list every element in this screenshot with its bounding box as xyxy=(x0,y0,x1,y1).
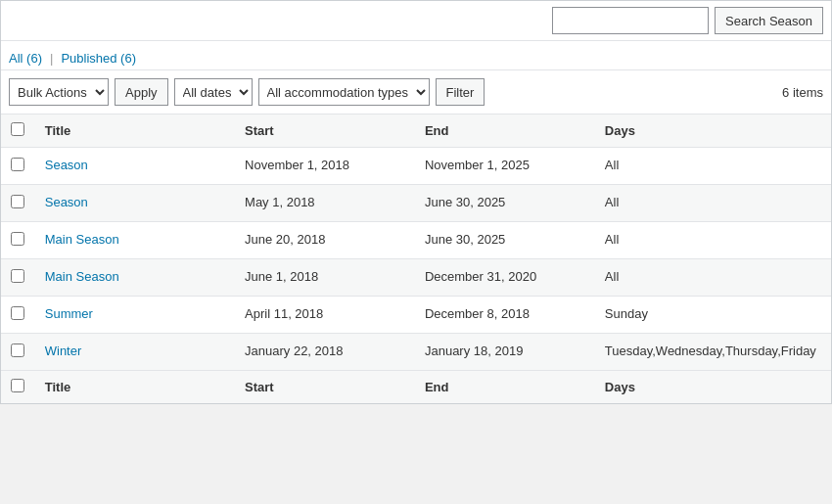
row-title: Summer xyxy=(35,297,235,334)
footer-end: End xyxy=(415,371,595,404)
row-title: Main Season xyxy=(35,259,235,297)
search-season-button[interactable]: Search Season xyxy=(715,7,823,34)
row-title: Main Season xyxy=(35,222,235,259)
row-days: All xyxy=(595,259,831,297)
row-days: All xyxy=(595,185,831,222)
header-title: Title xyxy=(35,115,235,148)
tab-separator: | xyxy=(50,51,53,66)
row-end: November 1, 2025 xyxy=(415,148,595,185)
header-end: End xyxy=(415,115,595,148)
row-title: Season xyxy=(35,148,235,185)
row-checkbox[interactable] xyxy=(11,269,24,283)
filter-bar: Bulk Actions Apply All dates All accommo… xyxy=(1,70,831,115)
row-checkbox-cell xyxy=(1,297,35,334)
table-footer-row: Title Start End Days xyxy=(1,371,831,404)
page-wrapper: Search Season All (6) | Published (6) Bu… xyxy=(0,0,832,404)
row-end: June 30, 2025 xyxy=(415,222,595,259)
table-row: Summer April 11, 2018 December 8, 2018 S… xyxy=(1,297,831,334)
row-title: Winter xyxy=(35,334,235,371)
row-checkbox-cell xyxy=(1,334,35,371)
row-days: All xyxy=(595,222,831,259)
row-days: All xyxy=(595,148,831,185)
row-checkbox-cell xyxy=(1,259,35,297)
row-start: June 1, 2018 xyxy=(235,259,415,297)
table-header-row: Title Start End Days xyxy=(1,115,831,148)
row-checkbox[interactable] xyxy=(11,195,24,208)
row-start: May 1, 2018 xyxy=(235,185,415,222)
row-checkbox-cell xyxy=(1,148,35,185)
row-title-link[interactable]: Main Season xyxy=(45,269,119,284)
items-count: 6 items xyxy=(782,85,823,100)
row-end: January 18, 2019 xyxy=(415,334,595,371)
footer-title: Title xyxy=(35,371,235,404)
footer-days: Days xyxy=(595,371,831,404)
row-checkbox[interactable] xyxy=(11,306,24,320)
header-days: Days xyxy=(595,115,831,148)
row-start: November 1, 2018 xyxy=(235,148,415,185)
footer-checkbox-col xyxy=(1,371,35,404)
row-end: December 8, 2018 xyxy=(415,297,595,334)
row-title-link[interactable]: Main Season xyxy=(45,232,119,247)
footer-start: Start xyxy=(235,371,415,404)
dates-select[interactable]: All dates xyxy=(174,78,253,106)
table-row: Season May 1, 2018 June 30, 2025 All xyxy=(1,185,831,222)
data-table: Title Start End Days Season November 1, … xyxy=(1,115,831,403)
apply-button[interactable]: Apply xyxy=(115,78,168,106)
row-title-link[interactable]: Season xyxy=(45,195,88,209)
row-start: June 20, 2018 xyxy=(235,222,415,259)
accommodation-select[interactable]: All accommodation types xyxy=(258,78,430,106)
row-checkbox-cell xyxy=(1,222,35,259)
row-end: December 31, 2020 xyxy=(415,259,595,297)
row-checkbox-cell xyxy=(1,185,35,222)
tab-published[interactable]: Published (6) xyxy=(61,47,136,69)
table-row: Winter January 22, 2018 January 18, 2019… xyxy=(1,334,831,371)
footer-select-all-checkbox[interactable] xyxy=(11,379,24,392)
table-row: Season November 1, 2018 November 1, 2025… xyxy=(1,148,831,185)
row-checkbox[interactable] xyxy=(11,232,24,246)
bulk-actions-select[interactable]: Bulk Actions xyxy=(9,78,109,106)
top-bar: Search Season xyxy=(1,1,831,41)
filter-button[interactable]: Filter xyxy=(436,78,485,106)
row-start: January 22, 2018 xyxy=(235,334,415,371)
table-row: Main Season June 1, 2018 December 31, 20… xyxy=(1,259,831,297)
row-days: Tuesday,Wednesday,Thursday,Friday xyxy=(595,334,831,371)
tab-all[interactable]: All (6) xyxy=(9,47,42,69)
row-title-link[interactable]: Winter xyxy=(45,344,82,358)
row-checkbox[interactable] xyxy=(11,344,24,357)
row-start: April 11, 2018 xyxy=(235,297,415,334)
search-input[interactable] xyxy=(552,7,709,34)
select-all-checkbox[interactable] xyxy=(11,122,24,136)
table-row: Main Season June 20, 2018 June 30, 2025 … xyxy=(1,222,831,259)
header-checkbox-col xyxy=(1,115,35,148)
row-title: Season xyxy=(35,185,235,222)
row-title-link[interactable]: Summer xyxy=(45,306,93,321)
header-start: Start xyxy=(235,115,415,148)
row-days: Sunday xyxy=(595,297,831,334)
row-end: June 30, 2025 xyxy=(415,185,595,222)
row-checkbox[interactable] xyxy=(11,158,24,171)
row-title-link[interactable]: Season xyxy=(45,158,88,172)
